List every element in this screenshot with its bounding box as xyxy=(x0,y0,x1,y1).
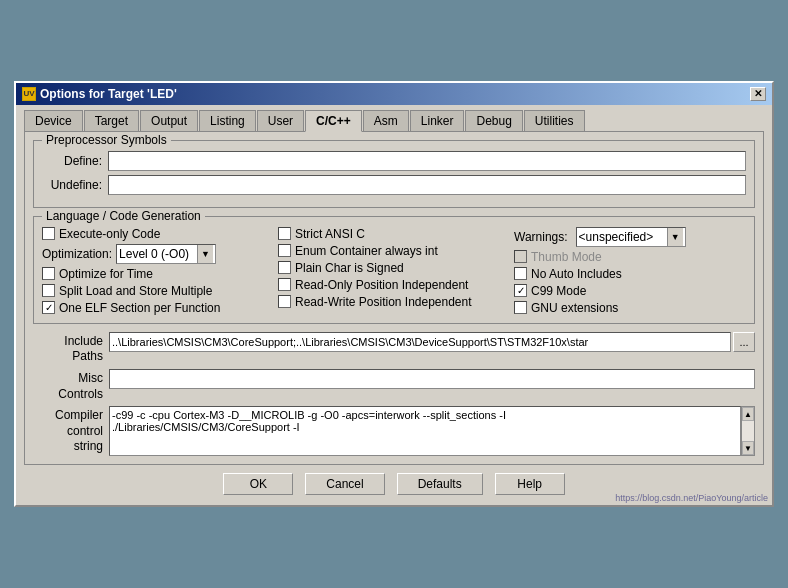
one-elf-checkbox[interactable] xyxy=(42,301,55,314)
language-title: Language / Code Generation xyxy=(42,209,205,223)
split-load-row: Split Load and Store Multiple xyxy=(42,284,274,298)
one-elf-label: One ELF Section per Function xyxy=(59,301,220,315)
optimization-row: Optimization: Level 0 (-O0) ▼ xyxy=(42,244,274,264)
thumb-mode-row: Thumb Mode xyxy=(514,250,746,264)
include-paths-row: IncludePaths ..\Libraries\CMSIS\CM3\Core… xyxy=(33,332,755,365)
app-icon: UV xyxy=(22,87,36,101)
language-group: Language / Code Generation Execute-only … xyxy=(33,216,755,324)
tab-debug[interactable]: Debug xyxy=(465,110,522,131)
preprocessor-title: Preprocessor Symbols xyxy=(42,133,171,147)
undefine-input[interactable] xyxy=(108,175,746,195)
tab-bar: Device Target Output Listing User C/C++ … xyxy=(24,109,764,131)
define-input[interactable] xyxy=(108,151,746,171)
warnings-label: Warnings: xyxy=(514,230,568,244)
undefine-row: Undefine: xyxy=(42,175,746,195)
no-auto-includes-row: No Auto Includes xyxy=(514,267,746,281)
close-button[interactable]: ✕ xyxy=(750,87,766,101)
gnu-extensions-row: GNU extensions xyxy=(514,301,746,315)
warnings-dropdown-arrow: ▼ xyxy=(667,228,683,246)
compiler-control-row: Compilercontrolstring -c99 -c -cpu Corte… xyxy=(33,406,755,456)
strict-ansi-label: Strict ANSI C xyxy=(295,227,365,241)
readwrite-pos-label: Read-Write Position Independent xyxy=(295,295,472,309)
optimize-time-row: Optimize for Time xyxy=(42,267,274,281)
thumb-mode-checkbox[interactable] xyxy=(514,250,527,263)
gnu-extensions-checkbox[interactable] xyxy=(514,301,527,314)
no-auto-includes-checkbox[interactable] xyxy=(514,267,527,280)
preprocessor-content: Define: Undefine: xyxy=(42,151,746,195)
readonly-pos-checkbox[interactable] xyxy=(278,278,291,291)
undefine-label: Undefine: xyxy=(42,178,102,192)
include-paths-input[interactable]: ..\Libraries\CMSIS\CM3\CoreSupport;..\Li… xyxy=(109,332,731,352)
compiler-control-area: -c99 -c -cpu Cortex-M3 -D__MICROLIB -g -… xyxy=(109,406,755,456)
warnings-dropdown[interactable]: <unspecified> ▼ xyxy=(576,227,686,247)
plain-char-checkbox[interactable] xyxy=(278,261,291,274)
cancel-button[interactable]: Cancel xyxy=(305,473,384,495)
readonly-pos-row: Read-Only Position Independent xyxy=(278,278,510,292)
c99-mode-row: C99 Mode xyxy=(514,284,746,298)
plain-char-row: Plain Char is Signed xyxy=(278,261,510,275)
thumb-mode-label: Thumb Mode xyxy=(531,250,602,264)
optimize-time-label: Optimize for Time xyxy=(59,267,153,281)
gnu-extensions-label: GNU extensions xyxy=(531,301,618,315)
main-window: UV Options for Target 'LED' ✕ Device Tar… xyxy=(14,81,774,507)
define-row: Define: xyxy=(42,151,746,171)
readwrite-pos-checkbox[interactable] xyxy=(278,295,291,308)
misc-controls-input[interactable] xyxy=(109,369,755,389)
no-auto-includes-label: No Auto Includes xyxy=(531,267,622,281)
window-content: Device Target Output Listing User C/C++ … xyxy=(16,105,772,505)
strict-ansi-row: Strict ANSI C xyxy=(278,227,510,241)
c99-mode-label: C99 Mode xyxy=(531,284,586,298)
tab-user[interactable]: User xyxy=(257,110,304,131)
plain-char-label: Plain Char is Signed xyxy=(295,261,404,275)
readwrite-pos-row: Read-Write Position Independent xyxy=(278,295,510,309)
enum-container-label: Enum Container always int xyxy=(295,244,438,258)
one-elf-row: One ELF Section per Function xyxy=(42,301,274,315)
execute-only-row: Execute-only Code xyxy=(42,227,274,241)
lang-col-1: Execute-only Code Optimization: Level 0 … xyxy=(42,227,274,315)
tab-listing[interactable]: Listing xyxy=(199,110,256,131)
ok-button[interactable]: OK xyxy=(223,473,293,495)
strict-ansi-checkbox[interactable] xyxy=(278,227,291,240)
lang-col-3: Warnings: <unspecified> ▼ Thumb Mode xyxy=(514,227,746,315)
tab-cpp[interactable]: C/C++ xyxy=(305,110,362,132)
title-bar-left: UV Options for Target 'LED' xyxy=(22,87,177,101)
tab-utilities[interactable]: Utilities xyxy=(524,110,585,131)
optimization-dropdown[interactable]: Level 0 (-O0) ▼ xyxy=(116,244,216,264)
scroll-down-button[interactable]: ▼ xyxy=(742,441,754,455)
misc-controls-label: MiscControls xyxy=(33,369,103,402)
watermark: https://blog.csdn.net/PiaoYoung/article xyxy=(615,493,768,503)
readonly-pos-label: Read-Only Position Independent xyxy=(295,278,468,292)
define-label: Define: xyxy=(42,154,102,168)
tab-linker[interactable]: Linker xyxy=(410,110,465,131)
split-load-checkbox[interactable] xyxy=(42,284,55,297)
misc-controls-row: MiscControls xyxy=(33,369,755,402)
tab-device[interactable]: Device xyxy=(24,110,83,131)
include-paths-browse[interactable]: ... xyxy=(733,332,755,352)
tab-asm[interactable]: Asm xyxy=(363,110,409,131)
preprocessor-group: Preprocessor Symbols Define: Undefine: xyxy=(33,140,755,208)
compiler-control-label: Compilercontrolstring xyxy=(33,406,103,455)
compiler-control-textarea[interactable]: -c99 -c -cpu Cortex-M3 -D__MICROLIB -g -… xyxy=(109,406,741,456)
include-paths-label: IncludePaths xyxy=(33,332,103,365)
enum-container-row: Enum Container always int xyxy=(278,244,510,258)
tab-panel-cpp: Preprocessor Symbols Define: Undefine: L… xyxy=(24,131,764,465)
execute-only-checkbox[interactable] xyxy=(42,227,55,240)
tab-target[interactable]: Target xyxy=(84,110,139,131)
scroll-track xyxy=(742,421,754,441)
enum-container-checkbox[interactable] xyxy=(278,244,291,257)
execute-only-label: Execute-only Code xyxy=(59,227,160,241)
split-load-label: Split Load and Store Multiple xyxy=(59,284,212,298)
language-content: Execute-only Code Optimization: Level 0 … xyxy=(42,227,746,315)
optimization-label: Optimization: xyxy=(42,247,112,261)
defaults-button[interactable]: Defaults xyxy=(397,473,483,495)
tab-output[interactable]: Output xyxy=(140,110,198,131)
language-grid: Execute-only Code Optimization: Level 0 … xyxy=(42,227,746,315)
window-title: Options for Target 'LED' xyxy=(40,87,177,101)
optimize-time-checkbox[interactable] xyxy=(42,267,55,280)
warnings-row: Warnings: <unspecified> ▼ xyxy=(514,227,746,247)
scroll-up-button[interactable]: ▲ xyxy=(742,407,754,421)
compiler-scrollbar[interactable]: ▲ ▼ xyxy=(741,406,755,456)
title-bar: UV Options for Target 'LED' ✕ xyxy=(16,83,772,105)
help-button[interactable]: Help xyxy=(495,473,565,495)
c99-mode-checkbox[interactable] xyxy=(514,284,527,297)
